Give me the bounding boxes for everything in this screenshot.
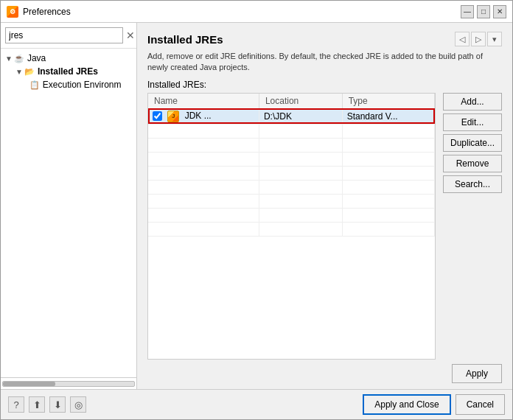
exec-arrow bbox=[26, 81, 28, 89]
exec-icon: 📋 bbox=[29, 80, 40, 90]
sidebar-item-java[interactable]: ▼ ☕ Java bbox=[1, 52, 136, 65]
sidebar-java-label: Java bbox=[27, 53, 46, 63]
apply-button[interactable]: Apply bbox=[452, 364, 502, 383]
apply-and-close-button[interactable]: Apply and Close bbox=[363, 394, 450, 415]
window-icon: ⚙ bbox=[7, 6, 18, 18]
panel-description: Add, remove or edit JRE definitions. By … bbox=[147, 51, 502, 74]
jre-type-cell: Standard V... bbox=[342, 108, 434, 124]
sidebar-scrollbar[interactable] bbox=[1, 377, 136, 389]
jre-name: JDK ... bbox=[185, 111, 212, 121]
table-row[interactable]: J JDK ... D:\JDK Standard V... bbox=[148, 108, 435, 124]
table-header-row: Name Location Type bbox=[148, 94, 435, 109]
titlebar: ⚙ Preferences — □ ✕ bbox=[1, 1, 512, 23]
scroll-track[interactable] bbox=[2, 381, 135, 387]
sidebar-search-container: ✕ bbox=[1, 23, 136, 49]
add-button[interactable]: Add... bbox=[443, 93, 502, 111]
table-and-buttons: Name Location Type J JDK ... bbox=[147, 93, 502, 360]
settings-icon[interactable]: ◎ bbox=[70, 396, 86, 413]
java-arrow: ▼ bbox=[5, 55, 13, 63]
action-buttons: Add... Edit... Duplicate... Remove Searc… bbox=[443, 93, 502, 360]
scroll-thumb bbox=[3, 382, 55, 386]
table-row-empty-8 bbox=[148, 222, 435, 236]
installed-icon: 📂 bbox=[24, 67, 35, 77]
sidebar-search-input[interactable] bbox=[5, 27, 123, 43]
sidebar-installed-label: Installed JREs bbox=[38, 66, 98, 77]
export-icon[interactable]: ⬆ bbox=[29, 396, 45, 413]
help-icon[interactable]: ? bbox=[8, 396, 24, 413]
bottom-bar: Apply bbox=[147, 360, 502, 383]
jdk-icon: J bbox=[167, 111, 179, 122]
cancel-button[interactable]: Cancel bbox=[456, 394, 505, 415]
close-button[interactable]: ✕ bbox=[493, 5, 506, 18]
jre-name-cell: J JDK ... bbox=[148, 108, 259, 124]
table-row-empty-4 bbox=[148, 166, 435, 180]
toolbar-forward-button[interactable]: ▷ bbox=[471, 32, 486, 46]
col-header-type: Type bbox=[342, 94, 434, 109]
sidebar-exec-label: Execution Environm bbox=[43, 80, 122, 90]
table-row-empty-3 bbox=[148, 152, 435, 166]
toolbar-dropdown-button[interactable]: ▾ bbox=[487, 32, 502, 46]
jre-location: D:\JDK bbox=[264, 111, 292, 122]
jre-type: Standard V... bbox=[347, 111, 398, 122]
jre-table-wrapper: Name Location Type J JDK ... bbox=[147, 93, 436, 360]
col-header-name: Name bbox=[148, 94, 259, 109]
col-header-location: Location bbox=[259, 94, 342, 109]
preferences-window: ⚙ Preferences — □ ✕ ✕ ▼ ☕ Java ▼ bbox=[0, 0, 513, 420]
table-row-empty-7 bbox=[148, 208, 435, 222]
sidebar: ✕ ▼ ☕ Java ▼ 📂 Installed JREs 📋 Executio… bbox=[1, 23, 137, 389]
right-panel: Installed JREs ◁ ▷ ▾ Add, remove or edit… bbox=[137, 23, 512, 389]
jre-location-cell: D:\JDK bbox=[259, 108, 342, 124]
sidebar-item-exec-env[interactable]: 📋 Execution Environm bbox=[1, 78, 136, 91]
sidebar-item-installed-jres[interactable]: ▼ 📂 Installed JREs bbox=[1, 65, 136, 78]
footer-icons: ? ⬆ ⬇ ◎ bbox=[8, 396, 86, 413]
table-row-empty-2 bbox=[148, 138, 435, 152]
remove-button[interactable]: Remove bbox=[443, 155, 502, 172]
edit-button[interactable]: Edit... bbox=[443, 113, 502, 131]
titlebar-controls: — □ ✕ bbox=[461, 5, 506, 18]
installed-arrow: ▼ bbox=[15, 68, 23, 76]
maximize-button[interactable]: □ bbox=[477, 5, 490, 18]
table-row-empty-6 bbox=[148, 194, 435, 208]
jre-checkbox[interactable] bbox=[153, 111, 162, 121]
sidebar-tree: ▼ ☕ Java ▼ 📂 Installed JREs 📋 Execution … bbox=[1, 49, 136, 377]
duplicate-button[interactable]: Duplicate... bbox=[443, 134, 502, 152]
window-title: Preferences bbox=[23, 7, 461, 17]
panel-title: Installed JREs bbox=[147, 33, 223, 46]
installed-jres-label: Installed JREs: bbox=[147, 80, 502, 90]
main-content: ✕ ▼ ☕ Java ▼ 📂 Installed JREs 📋 Executio… bbox=[1, 23, 512, 389]
panel-header: Installed JREs ◁ ▷ ▾ bbox=[147, 32, 502, 46]
toolbar-back-button[interactable]: ◁ bbox=[455, 32, 470, 46]
panel-toolbar: ◁ ▷ ▾ bbox=[455, 32, 502, 46]
import-icon[interactable]: ⬇ bbox=[49, 396, 66, 413]
footer: ? ⬆ ⬇ ◎ Apply and Close Cancel bbox=[1, 389, 512, 419]
jre-table: Name Location Type J JDK ... bbox=[148, 94, 435, 237]
table-row-empty-5 bbox=[148, 180, 435, 194]
table-row-empty-1 bbox=[148, 124, 435, 138]
java-icon: ☕ bbox=[14, 54, 24, 63]
search-button[interactable]: Search... bbox=[443, 175, 502, 193]
footer-main-buttons: Apply and Close Cancel bbox=[363, 394, 505, 415]
sidebar-search-clear-button[interactable]: ✕ bbox=[126, 29, 135, 42]
minimize-button[interactable]: — bbox=[461, 5, 474, 18]
